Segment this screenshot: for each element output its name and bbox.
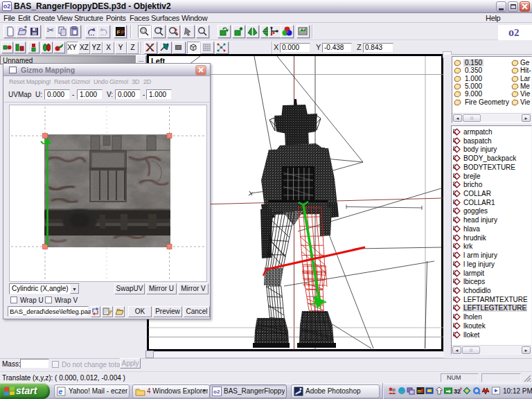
- svg-text:32: 32: [454, 388, 461, 395]
- svg-text:m: m: [417, 389, 421, 393]
- svg-text:o2: o2: [213, 389, 220, 395]
- svg-text:e: e: [59, 388, 63, 396]
